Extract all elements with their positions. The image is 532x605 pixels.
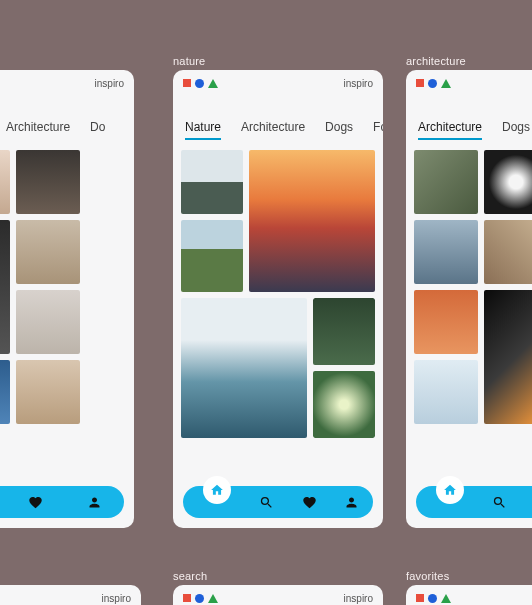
screen-architecture: inspiro Architecture Dogs xyxy=(406,70,532,528)
heart-icon[interactable] xyxy=(26,492,46,512)
heart-icon[interactable] xyxy=(299,492,319,512)
grid-image[interactable] xyxy=(414,360,478,424)
screen-favorites: inspiro xyxy=(406,585,532,605)
screen-label-search: search xyxy=(173,570,207,582)
grid-image[interactable] xyxy=(181,220,243,292)
grid-image[interactable] xyxy=(0,150,10,214)
search-icon[interactable] xyxy=(257,492,277,512)
logo xyxy=(416,79,451,88)
search-icon[interactable] xyxy=(490,492,510,512)
tab-nature[interactable]: Nature xyxy=(185,120,221,138)
grid-image[interactable] xyxy=(16,150,80,214)
brand-text: inspiro xyxy=(344,78,373,89)
app-header: inspiro xyxy=(173,585,383,605)
tab-dogs[interactable]: Do xyxy=(90,120,105,138)
grid-image[interactable] xyxy=(414,220,478,284)
grid-image[interactable] xyxy=(484,220,532,284)
image-grid xyxy=(0,142,134,528)
category-tabs: Architecture Dogs xyxy=(406,94,532,142)
app-header: inspiro xyxy=(0,585,141,605)
tab-architecture[interactable]: Architecture xyxy=(418,120,482,138)
tab-dogs[interactable]: Dogs xyxy=(325,120,353,138)
bottom-nav xyxy=(416,486,532,518)
image-grid xyxy=(173,142,383,528)
brand-text: inspiro xyxy=(102,593,131,604)
app-header: inspiro xyxy=(173,70,383,94)
person-icon[interactable] xyxy=(85,492,105,512)
grid-image[interactable] xyxy=(313,371,375,438)
app-header: inspiro xyxy=(406,585,532,605)
brand-text: inspiro xyxy=(95,78,124,89)
grid-image-group xyxy=(313,298,375,438)
logo xyxy=(183,594,218,603)
bottom-nav xyxy=(0,486,124,518)
logo xyxy=(416,594,451,603)
logo xyxy=(183,79,218,88)
grid-image[interactable] xyxy=(16,290,80,354)
tab-architecture[interactable]: Architecture xyxy=(241,120,305,138)
screen-label-architecture: architecture xyxy=(406,55,466,67)
grid-image[interactable] xyxy=(181,298,307,438)
screen-label-nature: nature xyxy=(173,55,205,67)
person-icon[interactable] xyxy=(342,492,362,512)
tab-architecture[interactable]: Architecture xyxy=(6,120,70,138)
screen-bottom-left: inspiro xyxy=(0,585,141,605)
screen-label-favorites: favorites xyxy=(406,570,449,582)
screen-people: inspiro Nature Architecture Do xyxy=(0,70,134,528)
category-tabs: Nature Architecture Do xyxy=(0,94,134,142)
home-icon[interactable] xyxy=(436,476,464,504)
grid-image[interactable] xyxy=(484,150,532,214)
grid-image[interactable] xyxy=(484,290,532,424)
grid-image[interactable] xyxy=(414,290,478,354)
grid-image[interactable] xyxy=(0,360,10,424)
grid-image[interactable] xyxy=(16,220,80,284)
category-tabs: Nature Architecture Dogs Food xyxy=(173,94,383,142)
grid-image[interactable] xyxy=(16,360,80,424)
grid-image[interactable] xyxy=(313,298,375,365)
grid-image[interactable] xyxy=(414,150,478,214)
grid-image[interactable] xyxy=(249,150,375,292)
grid-image[interactable] xyxy=(0,220,10,354)
grid-image[interactable] xyxy=(181,150,243,214)
tab-dogs[interactable]: Dogs xyxy=(502,120,530,138)
home-icon[interactable] xyxy=(203,476,231,504)
tab-food[interactable]: Food xyxy=(373,120,383,138)
screen-nature: inspiro Nature Architecture Dogs Food xyxy=(173,70,383,528)
brand-text: inspiro xyxy=(344,593,373,604)
app-header: inspiro xyxy=(406,70,532,94)
app-header: inspiro xyxy=(0,70,134,94)
screen-search: inspiro xyxy=(173,585,383,605)
image-grid xyxy=(406,142,532,528)
bottom-nav xyxy=(183,486,373,518)
